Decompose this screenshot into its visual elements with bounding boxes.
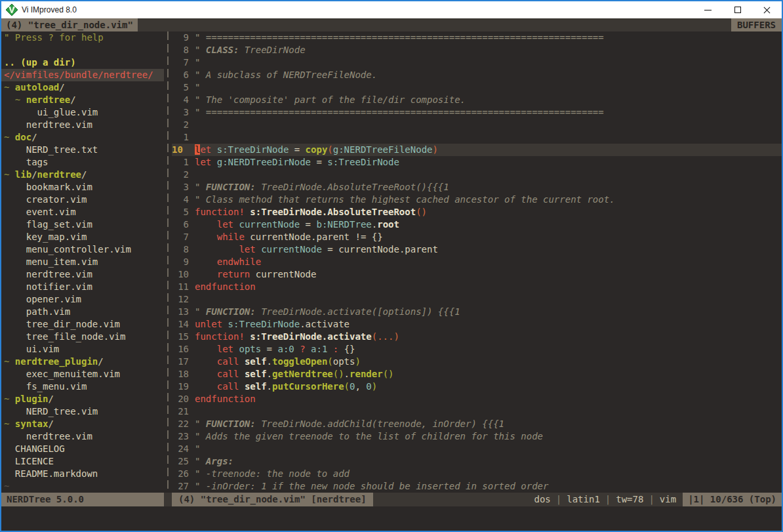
code-line[interactable]: 12 <box>172 293 782 306</box>
code-line[interactable]: 24" <box>172 443 782 455</box>
code-line[interactable]: 25" Args: <box>172 455 782 468</box>
code-line[interactable]: 13" FUNCTION: TreeDirNode.activate([opti… <box>172 306 782 318</box>
code-line[interactable]: 6 let currentNode = b:NERDTree.root <box>172 218 782 231</box>
line-text: " A subclass of NERDTreeFileNode. <box>195 69 377 81</box>
code-line[interactable]: 3" =====================================… <box>172 106 782 119</box>
tree-line[interactable]: nerdtree.vim <box>1 119 164 131</box>
token-p: currentNode.parent != {} <box>245 232 383 242</box>
tree-line[interactable]: nerdtree.vim <box>1 268 164 281</box>
token-f: ui_glue.vim <box>4 107 98 117</box>
token-p: = currentNode.parent <box>322 244 438 255</box>
token-id: currentNode <box>261 244 322 255</box>
tree-line[interactable]: path.vim <box>1 306 164 318</box>
token-k: endfunction <box>195 281 256 292</box>
code-line[interactable]: 26" -treenode: the node to add <box>172 468 782 480</box>
token-pb: root <box>377 219 399 230</box>
code-line[interactable]: 20endfunction <box>172 393 782 405</box>
code-line[interactable]: 23" Adds the given treenode to the list … <box>172 430 782 443</box>
line-number: 22 <box>172 418 189 430</box>
code-line[interactable]: 11endfunction <box>172 281 782 293</box>
code-line[interactable]: 7" <box>172 56 782 69</box>
tree-line[interactable]: exec_menuitem.vim <box>1 368 164 380</box>
line-text: " FUNCTION: TreeDirNode.AbsoluteTreeRoot… <box>195 181 449 194</box>
tree-line[interactable]: tags <box>1 156 164 169</box>
code-line[interactable]: 7 while currentNode.parent != {} <box>172 231 782 243</box>
code-line[interactable]: 4" Class method that returns the highest… <box>172 194 782 206</box>
code-line[interactable]: 14unlet s:TreeDirNode.activate <box>172 318 782 331</box>
token-p: , <box>355 381 366 392</box>
code-line-current[interactable]: 10let s:TreeDirNode = copy(g:NERDTreeFil… <box>172 144 782 156</box>
token-sl: / <box>98 356 103 367</box>
tree-line[interactable]: fs_menu.vim <box>1 380 164 393</box>
code-line[interactable]: 15function! s:TreeDirNode.activate(...) <box>172 331 782 343</box>
code-line[interactable]: 17 call self.toggleOpen(opts) <box>172 356 782 368</box>
tree-line[interactable]: creator.vim <box>1 194 164 206</box>
code-line[interactable]: 1 <box>172 131 782 144</box>
window-separator[interactable] <box>164 31 172 493</box>
code-line[interactable]: 9" =====================================… <box>172 31 782 44</box>
tree-line[interactable]: ui_glue.vim <box>1 106 164 119</box>
token-f: notifier.vim <box>4 281 92 292</box>
code-line[interactable]: 8" CLASS: TreeDirNode <box>172 44 782 56</box>
code-line[interactable]: 10 return currentNode <box>172 268 782 281</box>
token-sl: / <box>81 169 87 180</box>
token-tl: ~ <box>4 419 15 429</box>
tree-line[interactable]: opener.vim <box>1 293 164 306</box>
code-line[interactable]: 4" The 'composite' part of the file/dir … <box>172 94 782 106</box>
tree-line[interactable]: tree_dir_node.vim <box>1 318 164 331</box>
minimize-button[interactable] <box>693 1 723 18</box>
close-button[interactable] <box>752 1 782 18</box>
tree-line[interactable] <box>1 44 164 56</box>
token-p: = <box>300 219 316 230</box>
tree-line[interactable]: NERD_tree.vim <box>1 405 164 418</box>
code-line[interactable]: 2 <box>172 169 782 181</box>
code-line[interactable]: 27" -inOrder: 1 if the new node should b… <box>172 480 782 493</box>
code-line[interactable]: 18 call self.getNerdtree().render() <box>172 368 782 380</box>
tree-line[interactable]: ~ nerdtree_plugin/ <box>1 356 164 368</box>
tree-line[interactable]: tree_file_node.vim <box>1 331 164 343</box>
code-line[interactable]: 9 endwhile <box>172 256 782 268</box>
token-tl: ~ <box>4 356 15 367</box>
tree-line[interactable]: README.markdown <box>1 468 164 480</box>
tree-line[interactable]: CHANGELOG <box>1 443 164 455</box>
code-line[interactable]: 2 <box>172 119 782 131</box>
tree-line[interactable]: ~ autoload/ <box>1 81 164 94</box>
tree-line[interactable]: ~ lib/nerdtree/ <box>1 169 164 181</box>
maximize-button[interactable] <box>723 1 752 18</box>
tree-line[interactable]: menu_item.vim <box>1 256 164 268</box>
code-line[interactable]: 8 let currentNode = currentNode.parent <box>172 243 782 256</box>
tree-line[interactable]: ~ nerdtree/ <box>1 94 164 106</box>
tree-line[interactable]: ~ plugin/ <box>1 393 164 405</box>
token-root: </vimfiles/bundle/nerdtree/ <box>4 70 153 80</box>
tree-line[interactable]: NERD_tree.txt <box>1 144 164 156</box>
tree-line-selected[interactable]: </vimfiles/bundle/nerdtree/ <box>1 69 164 81</box>
code-line[interactable]: 3" FUNCTION: TreeDirNode.AbsoluteTreeRoo… <box>172 181 782 194</box>
code-line[interactable]: 5" <box>172 81 782 94</box>
tree-line[interactable]: ~ syntax/ <box>1 418 164 430</box>
code-line[interactable]: 1let g:NERDTreeDirNode = s:TreeDirNode <box>172 156 782 169</box>
tree-line[interactable]: notifier.vim <box>1 281 164 293</box>
tree-line[interactable]: LICENCE <box>1 455 164 468</box>
code-line[interactable]: 5function! s:TreeDirNode.AbsoluteTreeRoo… <box>172 206 782 218</box>
code-line[interactable]: 6" A subclass of NERDTreeFileNode. <box>172 69 782 81</box>
code-line[interactable]: 22" FUNCTION: TreeDirNode.addChild(treen… <box>172 418 782 430</box>
tree-line[interactable]: ~ doc/ <box>1 131 164 144</box>
tree-line[interactable]: ~ <box>1 480 164 493</box>
code-line[interactable]: 21 <box>172 405 782 418</box>
tree-line[interactable]: " Press ? for help <box>1 31 164 44</box>
token-pb: s:TreeDirNode.AbsoluteTreeRoot <box>250 207 416 217</box>
statusline-fill <box>373 493 534 506</box>
line-text: let s:TreeDirNode = copy(g:NERDTreeFileN… <box>195 144 438 156</box>
code-line[interactable]: 19 call self.putCursorHere(0, 0) <box>172 380 782 393</box>
line-number: 10 <box>172 268 189 281</box>
tree-line[interactable]: flag_set.vim <box>1 218 164 231</box>
tree-line[interactable]: ui.vim <box>1 343 164 356</box>
tree-line[interactable]: nerdtree.vim <box>1 430 164 443</box>
tab-tree-dir-node[interactable]: (4) "tree_dir_node.vim" <box>1 18 138 31</box>
tree-line[interactable]: event.vim <box>1 206 164 218</box>
tree-line[interactable]: .. (up a dir) <box>1 56 164 69</box>
tree-line[interactable]: menu_controller.vim <box>1 243 164 256</box>
tree-line[interactable]: bookmark.vim <box>1 181 164 194</box>
tree-line[interactable]: key_map.vim <box>1 231 164 243</box>
code-line[interactable]: 16 let opts = a:0 ? a:1 : {} <box>172 343 782 356</box>
